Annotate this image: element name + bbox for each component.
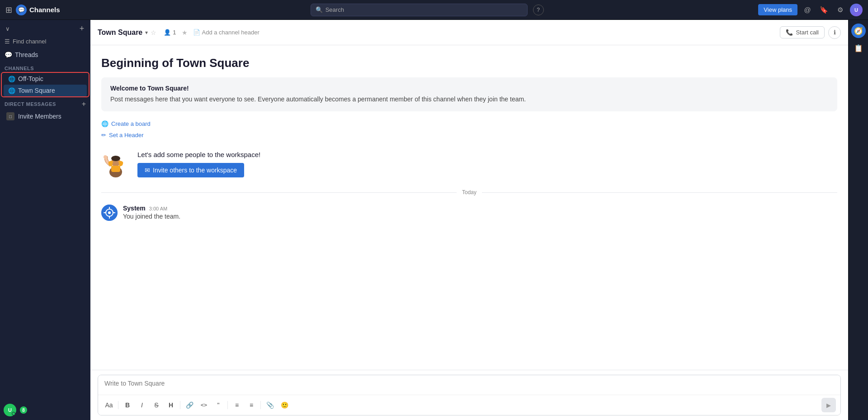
app-grid-icon[interactable]: ⊞ bbox=[5, 5, 12, 15]
add-channel-header-button[interactable]: 📄 Add a channel header bbox=[193, 29, 259, 36]
today-divider: Today bbox=[101, 189, 837, 196]
input-box: Aa B I S H bbox=[98, 375, 841, 415]
code-button[interactable]: <> bbox=[198, 399, 210, 411]
mention-icon: @ bbox=[804, 6, 811, 14]
channel-content: Town Square ▾ ☆ 👤 1 ★ 📄 Add a channel he… bbox=[90, 20, 848, 420]
avatar-initials: U bbox=[854, 7, 858, 13]
emoji-button[interactable]: 🙂 bbox=[278, 399, 291, 411]
channel-header-actions: 📞 Start call ℹ bbox=[780, 26, 841, 39]
table-row: System 3:00 AM You joined the team. bbox=[101, 203, 837, 223]
brand-name: Channels bbox=[29, 6, 60, 14]
find-channel-icon: ☰ bbox=[5, 38, 10, 45]
start-call-button[interactable]: 📞 Start call bbox=[780, 26, 825, 38]
text-style-button[interactable]: Aa bbox=[103, 399, 115, 411]
channels-highlight-box: 🌐 Off-Topic 🌐 Town Square bbox=[2, 73, 89, 96]
settings-icon-btn[interactable]: ⚙ bbox=[834, 4, 846, 16]
message-input[interactable] bbox=[98, 375, 840, 393]
bullet-list-button[interactable]: ≡ bbox=[231, 399, 243, 411]
svg-point-7 bbox=[108, 211, 111, 214]
members-number: 1 bbox=[173, 29, 176, 36]
channel-meta: 👤 1 ★ 📄 Add a channel header bbox=[164, 29, 259, 36]
system-avatar bbox=[101, 205, 118, 221]
attach-button[interactable]: 📎 bbox=[264, 399, 276, 411]
list-icon: 📋 bbox=[854, 44, 863, 52]
welcome-box: Welcome to Town Square! Post messages he… bbox=[101, 77, 837, 111]
svg-point-2 bbox=[111, 156, 120, 161]
channels-section-header: CHANNELS bbox=[0, 62, 90, 73]
invite-content: Let's add some people to the workspace! … bbox=[137, 151, 260, 177]
bookmark-icon: 🔖 bbox=[820, 6, 828, 14]
invite-illustration bbox=[101, 149, 130, 178]
user-status-avatar[interactable]: U bbox=[4, 404, 16, 416]
channel-star-icon[interactable]: ☆ bbox=[151, 29, 156, 36]
mention-icon-btn[interactable]: @ bbox=[801, 4, 814, 16]
channel-name-town-square: Town Square bbox=[18, 87, 55, 94]
topbar-center: 🔍 Search ? bbox=[99, 4, 755, 16]
search-bar[interactable]: 🔍 Search bbox=[311, 4, 528, 16]
input-area: Aa B I S H bbox=[90, 370, 848, 420]
globe-icon-2: 🌐 bbox=[8, 87, 15, 94]
bold-button[interactable]: B bbox=[121, 399, 134, 411]
invite-members-avatar: □ bbox=[6, 112, 14, 120]
action-links: 🌐 Create a board ✏ Set a Header bbox=[101, 120, 837, 138]
send-icon: ▶ bbox=[826, 402, 831, 409]
help-icon[interactable]: ? bbox=[533, 5, 544, 15]
invite-others-button[interactable]: ✉ Invite others to the workspace bbox=[137, 163, 244, 177]
bullet-icon: ≡ bbox=[235, 401, 239, 409]
invite-members-label: Invite Members bbox=[18, 113, 61, 120]
threads-nav-item[interactable]: 💬 Threads bbox=[0, 48, 90, 62]
link-button[interactable]: 🔗 bbox=[183, 399, 196, 411]
find-channel-button[interactable]: ☰ Find channel bbox=[0, 35, 90, 48]
strikethrough-button[interactable]: S bbox=[150, 399, 163, 411]
numbered-list-button[interactable]: ≡ bbox=[245, 399, 258, 411]
messages-area: Beginning of Town Square Welcome to Town… bbox=[90, 45, 848, 370]
invite-icon: □ bbox=[9, 114, 12, 119]
search-icon: 🔍 bbox=[316, 6, 323, 13]
message-author: System bbox=[123, 205, 146, 212]
create-board-link[interactable]: 🌐 Create a board bbox=[101, 120, 837, 127]
globe-icon: 🌐 bbox=[8, 76, 15, 82]
topbar-left: ⊞ 💬 Channels bbox=[5, 5, 96, 15]
set-header-link[interactable]: ✏ Set a Header bbox=[101, 132, 837, 138]
right-panel: 🧭 📋 bbox=[848, 20, 868, 420]
view-plans-button[interactable]: View plans bbox=[758, 4, 797, 15]
beginning-title: Beginning of Town Square bbox=[101, 56, 837, 70]
bookmark-icon-btn[interactable]: 🔖 bbox=[817, 4, 830, 16]
quote-button[interactable]: " bbox=[212, 399, 225, 411]
divider-line-right bbox=[482, 192, 837, 193]
sidebar: ∨ + ☰ Find channel 💬 Threads CHANNELS 🌐 … bbox=[0, 20, 90, 420]
list-icon-btn[interactable]: 📋 bbox=[851, 41, 866, 55]
threads-label: Threads bbox=[15, 51, 38, 58]
toolbar-divider-2 bbox=[180, 401, 180, 409]
svg-point-3 bbox=[104, 155, 107, 159]
topbar-brand: 💬 Channels bbox=[16, 5, 60, 15]
board-icon: 🌐 bbox=[101, 120, 108, 127]
sidebar-collapse-button[interactable]: ∨ bbox=[4, 24, 12, 33]
welcome-desc: Post messages here that you want everyon… bbox=[110, 95, 828, 104]
topbar-right: View plans @ 🔖 ⚙ U bbox=[758, 4, 863, 16]
sidebar-add-button[interactable]: + bbox=[77, 24, 87, 33]
favorite-icon[interactable]: ★ bbox=[182, 29, 188, 36]
quote-icon: " bbox=[217, 401, 220, 409]
channel-info-button[interactable]: ℹ bbox=[828, 26, 841, 39]
notification-badge[interactable]: 8 bbox=[20, 406, 27, 414]
italic-button[interactable]: I bbox=[136, 399, 148, 411]
channel-chevron-icon[interactable]: ▾ bbox=[145, 29, 148, 36]
main-layout: ∨ + ☰ Find channel 💬 Threads CHANNELS 🌐 … bbox=[0, 20, 868, 420]
invite-members-item[interactable]: □ Invite Members bbox=[2, 110, 89, 123]
sidebar-item-town-square[interactable]: 🌐 Town Square bbox=[4, 85, 87, 96]
topbar: ⊞ 💬 Channels 🔍 Search ? View plans @ 🔖 ⚙… bbox=[0, 0, 868, 20]
send-button[interactable]: ▶ bbox=[821, 398, 836, 412]
heading-button[interactable]: H bbox=[165, 399, 177, 411]
document-icon: 📄 bbox=[193, 29, 200, 36]
envelope-icon: ✉ bbox=[145, 167, 150, 174]
members-count: 👤 1 bbox=[164, 29, 176, 36]
channel-title: Town Square bbox=[98, 29, 142, 37]
direct-messages-header: DIRECT MESSAGES + bbox=[0, 96, 90, 110]
compass-icon-btn[interactable]: 🧭 bbox=[851, 24, 866, 38]
add-direct-message-button[interactable]: + bbox=[82, 100, 86, 108]
invite-text: Let's add some people to the workspace! bbox=[137, 151, 260, 158]
threads-icon: 💬 bbox=[5, 51, 12, 58]
sidebar-item-off-topic[interactable]: 🌐 Off-Topic bbox=[4, 73, 87, 85]
user-avatar[interactable]: U bbox=[850, 4, 863, 16]
